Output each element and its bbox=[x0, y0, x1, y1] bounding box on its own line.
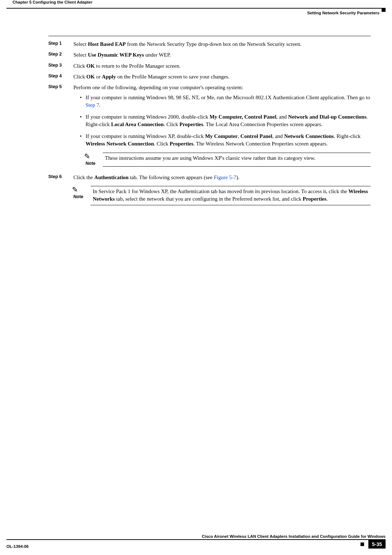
text: If your computer is running Windows XP, … bbox=[86, 133, 205, 139]
text: . Click bbox=[164, 121, 179, 127]
list-item: If your computer is running Windows 98, … bbox=[80, 94, 371, 109]
step-body: Click the Authentication tab. The follow… bbox=[73, 174, 371, 209]
note-block: ✎ Note In Service Pack 1 for Windows XP,… bbox=[73, 186, 371, 205]
step-label: Step 5 bbox=[48, 84, 73, 170]
page: Chapter 5 Configuring the Client Adapter… bbox=[0, 0, 392, 555]
text: , and bbox=[272, 133, 284, 139]
step-body: Perform one of the following, depending … bbox=[73, 84, 371, 170]
text: Select bbox=[73, 52, 88, 58]
footer-square-icon bbox=[360, 542, 364, 546]
link-figure-5-7[interactable]: Figure 5-7 bbox=[214, 174, 236, 180]
bold-text: Use Dynamic WEP Keys bbox=[88, 52, 144, 58]
footer-right: 5-35 bbox=[358, 540, 386, 549]
note-icon-column: ✎ Note bbox=[73, 186, 91, 205]
bold-text: Properties bbox=[179, 121, 203, 127]
pencil-icon: ✎ bbox=[84, 153, 90, 160]
note-body: These instructions assume you are using … bbox=[103, 153, 371, 167]
bold-text: My Computer bbox=[205, 133, 238, 139]
bold-text: Properties bbox=[303, 196, 326, 202]
bold-text: Authentication bbox=[94, 174, 129, 180]
text: . The Local Area Connection Properties s… bbox=[203, 121, 323, 127]
pencil-icon: ✎ bbox=[72, 186, 78, 193]
step-4: Step 4 Click OK or Apply on the Profile … bbox=[48, 73, 371, 80]
link-step-7[interactable]: Step 7 bbox=[86, 102, 99, 108]
note-label: Note bbox=[86, 161, 96, 167]
step-label: Step 4 bbox=[48, 73, 73, 80]
content-area: Step 1 Select Host Based EAP from the Ne… bbox=[48, 36, 371, 212]
footer-title: Cisco Aironet Wireless LAN Client Adapte… bbox=[6, 534, 386, 539]
header-right: Setting Network Security Parameters bbox=[307, 11, 379, 15]
bold-text: OK bbox=[86, 63, 95, 69]
step-label: Step 1 bbox=[48, 40, 73, 48]
bold-text: Properties bbox=[170, 141, 193, 147]
header-row: Chapter 5 Configuring the Client Adapter bbox=[13, 0, 379, 4]
text: Select bbox=[73, 41, 88, 47]
bold-text: Apply bbox=[102, 74, 116, 80]
note-body: In Service Pack 1 for Windows XP, the Au… bbox=[91, 186, 371, 205]
step-body: Click OK to return to the Profile Manage… bbox=[73, 62, 371, 70]
step-label: Step 2 bbox=[48, 51, 73, 58]
bold-text: OK bbox=[86, 74, 95, 80]
page-number: 5-35 bbox=[368, 540, 386, 549]
bold-text: Host Based EAP bbox=[88, 41, 126, 47]
text: from the Network Security Type drop-down… bbox=[126, 41, 301, 47]
bold-text: Network Connections bbox=[284, 133, 334, 139]
footer-row: OL-1394-06 5-35 bbox=[6, 540, 386, 549]
text: Click bbox=[73, 63, 86, 69]
step-1: Step 1 Select Host Based EAP from the Ne… bbox=[48, 40, 371, 48]
text: tab, select the network that you are con… bbox=[115, 196, 303, 202]
step-body: Select Use Dynamic WEP Keys under WEP. bbox=[73, 51, 371, 58]
text: or bbox=[95, 74, 102, 80]
text: . bbox=[99, 102, 101, 108]
step-label: Step 3 bbox=[48, 62, 73, 70]
text: . Right-click bbox=[334, 133, 360, 139]
text: Click bbox=[73, 74, 86, 80]
text: to return to the Profile Manager screen. bbox=[95, 63, 181, 69]
top-border bbox=[6, 8, 386, 9]
text: . The Wireless Network Connection Proper… bbox=[193, 141, 328, 147]
step-2: Step 2 Select Use Dynamic WEP Keys under… bbox=[48, 51, 371, 58]
footer-doc-number: OL-1394-06 bbox=[6, 542, 29, 549]
step-6: Step 6 Click the Authentication tab. The… bbox=[48, 174, 371, 209]
step-body: Select Host Based EAP from the Network S… bbox=[73, 40, 371, 48]
step-body: Click OK or Apply on the Profile Manager… bbox=[73, 73, 371, 80]
text: Perform one of the following, depending … bbox=[73, 85, 243, 90]
footer: Cisco Aironet Wireless LAN Client Adapte… bbox=[6, 534, 386, 549]
text: Click the bbox=[73, 174, 94, 180]
text: . bbox=[326, 196, 328, 202]
text: ). bbox=[236, 174, 239, 180]
bold-text: Local Area Connection bbox=[111, 121, 164, 127]
text: , and bbox=[276, 114, 288, 120]
header-left: Chapter 5 Configuring the Client Adapter bbox=[13, 0, 92, 4]
corner-marker bbox=[382, 8, 386, 12]
step-3: Step 3 Click OK to return to the Profile… bbox=[48, 62, 371, 70]
text: . Click bbox=[154, 141, 170, 147]
bold-text: Wireless Network Connection bbox=[86, 141, 154, 147]
bullet-list: If your computer is running Windows 98, … bbox=[80, 94, 371, 148]
note-block: ✎ Note These instructions assume you are… bbox=[86, 153, 371, 167]
step-label: Step 6 bbox=[48, 174, 73, 209]
text: In Service Pack 1 for Windows XP, the Au… bbox=[93, 188, 348, 194]
step-5: Step 5 Perform one of the following, dep… bbox=[48, 84, 371, 170]
text: If your computer is running Windows 2000… bbox=[86, 114, 209, 120]
text: tab. The following screen appears (see bbox=[129, 174, 214, 180]
list-item: If your computer is running Windows XP, … bbox=[80, 133, 371, 148]
bold-text: My Computer, Control Panel bbox=[209, 114, 276, 120]
list-item: If your computer is running Windows 2000… bbox=[80, 113, 371, 128]
text: on the Profile Manager screen to save yo… bbox=[116, 74, 229, 80]
text: under WEP. bbox=[144, 52, 171, 58]
note-wrapper: ✎ Note These instructions assume you are… bbox=[73, 153, 371, 167]
text: If your computer is running Windows 98, … bbox=[86, 95, 370, 100]
note-icon-column: ✎ Note bbox=[86, 153, 103, 167]
bold-text: Network and Dial-up Connections bbox=[288, 114, 367, 120]
text: These instructions assume you are using … bbox=[105, 155, 315, 161]
content-top-rule bbox=[48, 36, 371, 36]
note-label: Note bbox=[73, 194, 83, 200]
bold-text: Control Panel bbox=[240, 133, 272, 139]
